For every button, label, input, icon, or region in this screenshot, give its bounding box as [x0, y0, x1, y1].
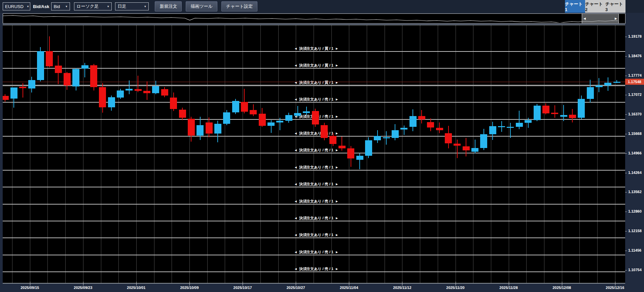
vertical-gridline	[65, 25, 66, 283]
order-right-arrow-icon[interactable]: ▶	[336, 166, 338, 169]
order-label[interactable]: ◀決済注文あり / 売 / 1▶	[280, 97, 353, 102]
drawing-tools-button[interactable]: 描画ツール	[186, 1, 217, 11]
date-tick	[615, 282, 615, 286]
candle-body	[64, 73, 71, 85]
order-left-arrow-icon[interactable]: ◀	[295, 81, 297, 84]
order-label[interactable]: ◀決済注文あり / 売 / 1▶	[280, 131, 353, 136]
order-right-arrow-icon[interactable]: ▶	[336, 98, 338, 101]
order-left-arrow-icon[interactable]: ◀	[295, 132, 297, 135]
overview-range-slider[interactable]: ◀ ▶	[582, 13, 619, 24]
order-label[interactable]: ◀決済注文あり / 買 / 1▶	[280, 80, 353, 85]
candle-body	[259, 114, 266, 126]
chart-type-select[interactable]: ローソク足 ▼	[74, 2, 112, 10]
order-right-arrow-icon[interactable]: ▶	[336, 81, 338, 84]
symbol-select[interactable]: EURUSD ▼	[3, 2, 30, 10]
chevron-down-icon: ▼	[144, 5, 146, 8]
chevron-down-icon: ▼	[107, 5, 109, 8]
order-label[interactable]: ◀決済注文あり / 売 / 1▶	[280, 266, 353, 271]
order-left-arrow-icon[interactable]: ◀	[295, 217, 297, 220]
candle-body	[569, 115, 576, 118]
price-tick	[625, 192, 627, 192]
order-left-arrow-icon[interactable]: ◀	[295, 183, 297, 186]
order-label[interactable]: ◀決済注文あり / 売 / 1▶	[280, 165, 353, 170]
candle-body	[276, 121, 283, 122]
order-line	[3, 170, 625, 171]
date-tick	[243, 282, 243, 286]
order-right-arrow-icon[interactable]: ▶	[336, 217, 338, 220]
candle-body	[90, 65, 97, 87]
order-left-arrow-icon[interactable]: ◀	[295, 267, 297, 270]
order-line	[3, 255, 625, 255]
order-label[interactable]: ◀決済注文あり / 買 / 1▶	[280, 46, 353, 51]
candle-body	[188, 119, 195, 135]
candle-body	[338, 146, 346, 148]
tab-chart-1[interactable]: チャート1	[565, 0, 585, 13]
candle-body	[72, 69, 79, 86]
order-label[interactable]: ◀決済注文あり / 売 / 1▶	[280, 216, 353, 221]
candle-wick	[599, 78, 599, 92]
candle-body	[374, 136, 381, 140]
order-right-arrow-icon[interactable]: ▶	[336, 132, 338, 135]
candle-body	[46, 51, 53, 66]
order-right-arrow-icon[interactable]: ▶	[336, 47, 338, 50]
price-tick-label: 1.12158	[628, 229, 642, 233]
candle-body	[55, 66, 62, 73]
vertical-gridline	[473, 25, 473, 283]
price-tick-label: 1.18476	[628, 54, 642, 58]
new-order-button[interactable]: 新規注文	[155, 1, 182, 11]
date-tick	[562, 282, 562, 286]
candle-wick	[457, 140, 458, 158]
vertical-gridline	[597, 25, 598, 283]
candle-body	[356, 156, 363, 160]
order-right-arrow-icon[interactable]: ▶	[336, 251, 338, 254]
order-left-arrow-icon[interactable]: ◀	[295, 98, 297, 101]
order-left-arrow-icon[interactable]: ◀	[295, 233, 297, 236]
bid-ask-select[interactable]: Bid ▼	[51, 2, 70, 10]
order-label-text: 決済注文あり / 売 / 1	[299, 131, 333, 136]
candle-body	[19, 87, 26, 88]
price-tick	[625, 231, 627, 231]
order-right-arrow-icon[interactable]: ▶	[336, 149, 338, 152]
price-tick-label: 1.13562	[628, 190, 642, 194]
range-right-arrow-icon[interactable]: ▶	[615, 17, 617, 20]
order-right-arrow-icon[interactable]: ▶	[336, 64, 338, 67]
order-label[interactable]: ◀決済注文あり / 売 / 1▶	[280, 182, 353, 187]
candle-body	[454, 144, 461, 146]
candle-body	[516, 123, 523, 127]
date-tick	[509, 282, 509, 286]
order-right-arrow-icon[interactable]: ▶	[336, 115, 338, 118]
candle-wick	[129, 80, 130, 94]
candle-body	[321, 125, 328, 138]
order-left-arrow-icon[interactable]: ◀	[295, 64, 297, 67]
tab-chart-3[interactable]: チャート3	[605, 0, 625, 13]
order-line	[3, 221, 625, 221]
date-tick-label: 2025/11/28	[494, 286, 524, 290]
timeframe-select[interactable]: 日足 ▼	[115, 2, 149, 10]
candle-body	[312, 111, 319, 124]
date-tick-label: 2025/09/15	[15, 286, 45, 290]
vertical-gridline	[154, 25, 154, 283]
order-label[interactable]: ◀決済注文あり / 売 / 1▶	[280, 250, 353, 255]
order-right-arrow-icon[interactable]: ▶	[336, 267, 338, 270]
order-label[interactable]: ◀決済注文あり / 売 / 1▶	[280, 232, 353, 238]
order-left-arrow-icon[interactable]: ◀	[295, 200, 297, 203]
order-right-arrow-icon[interactable]: ▶	[336, 183, 338, 186]
order-label[interactable]: ◀決済注文あり / 買 / 1▶	[280, 63, 353, 68]
vertical-gridline	[526, 25, 527, 283]
order-left-arrow-icon[interactable]: ◀	[295, 251, 297, 254]
order-right-arrow-icon[interactable]: ▶	[336, 200, 338, 203]
vertical-gridline	[118, 25, 119, 283]
order-label[interactable]: ◀決済注文あり / 売 / 1▶	[280, 199, 353, 204]
chart-settings-button[interactable]: チャート設定	[221, 1, 257, 11]
order-left-arrow-icon[interactable]: ◀	[295, 166, 297, 169]
order-right-arrow-icon[interactable]: ▶	[336, 233, 338, 236]
range-left-arrow-icon[interactable]: ◀	[583, 17, 586, 20]
tab-chart-2[interactable]: チャート2	[585, 0, 605, 13]
date-tick	[136, 282, 137, 286]
vertical-gridline	[509, 25, 509, 283]
order-left-arrow-icon[interactable]: ◀	[295, 149, 297, 152]
price-tick	[625, 212, 627, 212]
order-left-arrow-icon[interactable]: ◀	[295, 47, 297, 50]
vertical-gridline	[243, 25, 243, 283]
candle-body	[37, 51, 44, 80]
